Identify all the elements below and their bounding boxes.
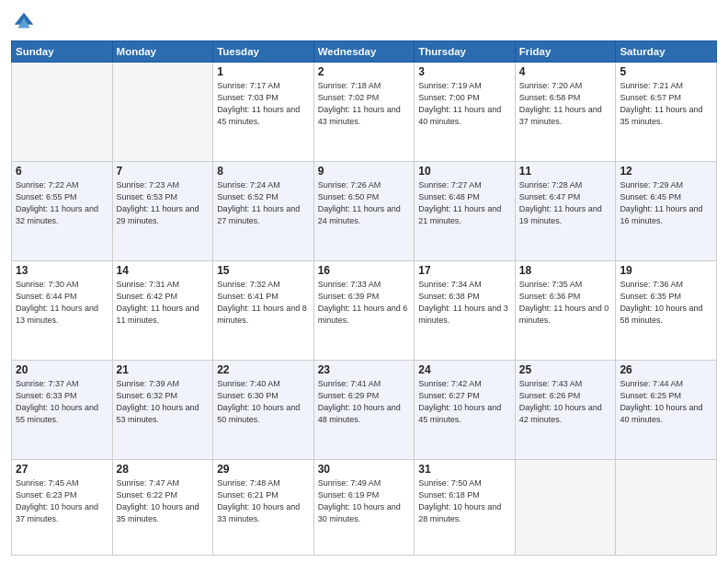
calendar-cell: 1Sunrise: 7:17 AMSunset: 7:03 PMDaylight…: [213, 63, 314, 162]
day-info: Sunrise: 7:31 AMSunset: 6:42 PMDaylight:…: [117, 279, 210, 327]
day-info: Sunrise: 7:29 AMSunset: 6:45 PMDaylight:…: [620, 179, 712, 227]
day-info: Sunrise: 7:34 AMSunset: 6:38 PMDaylight:…: [418, 279, 511, 327]
day-info: Sunrise: 7:36 AMSunset: 6:35 PMDaylight:…: [620, 279, 712, 327]
day-info: Sunrise: 7:23 AMSunset: 6:53 PMDaylight:…: [117, 179, 210, 227]
calendar-cell: 17Sunrise: 7:34 AMSunset: 6:38 PMDayligh…: [415, 260, 516, 360]
day-info: Sunrise: 7:43 AMSunset: 6:26 PMDaylight:…: [519, 378, 612, 426]
calendar-table: SundayMondayTuesdayWednesdayThursdayFrid…: [11, 40, 717, 556]
calendar-cell: [12, 63, 113, 162]
calendar-cell: 5Sunrise: 7:21 AMSunset: 6:57 PMDaylight…: [616, 63, 717, 162]
day-number: 1: [217, 65, 310, 78]
day-number: 12: [620, 165, 712, 178]
day-number: 27: [16, 463, 108, 476]
weekday-wednesday: Wednesday: [313, 41, 415, 63]
day-number: 18: [519, 264, 612, 277]
calendar-cell: 20Sunrise: 7:37 AMSunset: 6:33 PMDayligh…: [12, 360, 113, 459]
day-info: Sunrise: 7:50 AMSunset: 6:18 PMDaylight:…: [418, 477, 511, 525]
day-number: 22: [217, 363, 310, 376]
day-info: Sunrise: 7:41 AMSunset: 6:29 PMDaylight:…: [318, 378, 411, 426]
weekday-header-row: SundayMondayTuesdayWednesdayThursdayFrid…: [12, 41, 717, 63]
day-info: Sunrise: 7:33 AMSunset: 6:39 PMDaylight:…: [318, 279, 411, 327]
day-info: Sunrise: 7:28 AMSunset: 6:47 PMDaylight:…: [519, 179, 612, 227]
weekday-monday: Monday: [112, 41, 213, 63]
calendar-cell: 31Sunrise: 7:50 AMSunset: 6:18 PMDayligh…: [415, 459, 516, 555]
day-number: 3: [418, 65, 511, 78]
calendar-cell: 13Sunrise: 7:30 AMSunset: 6:44 PMDayligh…: [12, 260, 113, 360]
day-info: Sunrise: 7:48 AMSunset: 6:21 PMDaylight:…: [217, 477, 310, 525]
day-number: 8: [217, 165, 310, 178]
day-number: 25: [519, 363, 612, 376]
calendar-cell: 23Sunrise: 7:41 AMSunset: 6:29 PMDayligh…: [313, 360, 415, 459]
day-info: Sunrise: 7:39 AMSunset: 6:32 PMDaylight:…: [117, 378, 210, 426]
calendar-cell: 18Sunrise: 7:35 AMSunset: 6:36 PMDayligh…: [515, 260, 616, 360]
week-row-2: 6Sunrise: 7:22 AMSunset: 6:55 PMDaylight…: [12, 161, 717, 260]
logo-icon: [11, 9, 37, 35]
week-row-1: 1Sunrise: 7:17 AMSunset: 7:03 PMDaylight…: [12, 63, 717, 162]
day-info: Sunrise: 7:30 AMSunset: 6:44 PMDaylight:…: [16, 279, 108, 327]
day-number: 20: [16, 363, 108, 376]
day-number: 4: [519, 65, 612, 78]
weekday-sunday: Sunday: [12, 41, 113, 63]
day-number: 28: [117, 463, 210, 476]
calendar-cell: [616, 459, 717, 555]
day-info: Sunrise: 7:45 AMSunset: 6:23 PMDaylight:…: [16, 477, 108, 525]
day-number: 26: [620, 363, 712, 376]
calendar-cell: 3Sunrise: 7:19 AMSunset: 7:00 PMDaylight…: [415, 63, 516, 162]
weekday-tuesday: Tuesday: [213, 41, 314, 63]
day-info: Sunrise: 7:26 AMSunset: 6:50 PMDaylight:…: [318, 179, 411, 227]
day-number: 15: [217, 264, 310, 277]
day-number: 16: [318, 264, 411, 277]
header: [11, 9, 717, 35]
day-number: 19: [620, 264, 712, 277]
calendar-cell: [515, 459, 616, 555]
day-info: Sunrise: 7:37 AMSunset: 6:33 PMDaylight:…: [16, 378, 108, 426]
day-number: 2: [318, 65, 411, 78]
calendar-cell: 14Sunrise: 7:31 AMSunset: 6:42 PMDayligh…: [112, 260, 213, 360]
day-info: Sunrise: 7:40 AMSunset: 6:30 PMDaylight:…: [217, 378, 310, 426]
calendar-cell: 2Sunrise: 7:18 AMSunset: 7:02 PMDaylight…: [313, 63, 415, 162]
logo: [11, 9, 40, 35]
day-number: 29: [217, 463, 310, 476]
weekday-saturday: Saturday: [616, 41, 717, 63]
day-info: Sunrise: 7:32 AMSunset: 6:41 PMDaylight:…: [217, 279, 310, 327]
calendar-cell: 6Sunrise: 7:22 AMSunset: 6:55 PMDaylight…: [12, 161, 113, 260]
calendar-cell: 27Sunrise: 7:45 AMSunset: 6:23 PMDayligh…: [12, 459, 113, 555]
day-number: 11: [519, 165, 612, 178]
day-info: Sunrise: 7:44 AMSunset: 6:25 PMDaylight:…: [620, 378, 712, 426]
day-info: Sunrise: 7:20 AMSunset: 6:58 PMDaylight:…: [519, 80, 612, 128]
calendar-cell: [112, 63, 213, 162]
day-info: Sunrise: 7:24 AMSunset: 6:52 PMDaylight:…: [217, 179, 310, 227]
calendar-cell: 10Sunrise: 7:27 AMSunset: 6:48 PMDayligh…: [415, 161, 516, 260]
day-number: 31: [418, 463, 511, 476]
day-number: 24: [418, 363, 511, 376]
day-number: 13: [16, 264, 108, 277]
day-number: 7: [117, 165, 210, 178]
day-number: 10: [418, 165, 511, 178]
day-number: 17: [418, 264, 511, 277]
calendar-cell: 11Sunrise: 7:28 AMSunset: 6:47 PMDayligh…: [515, 161, 616, 260]
day-info: Sunrise: 7:47 AMSunset: 6:22 PMDaylight:…: [117, 477, 210, 525]
week-row-5: 27Sunrise: 7:45 AMSunset: 6:23 PMDayligh…: [12, 459, 717, 555]
day-number: 21: [117, 363, 210, 376]
calendar-cell: 29Sunrise: 7:48 AMSunset: 6:21 PMDayligh…: [213, 459, 314, 555]
calendar-cell: 15Sunrise: 7:32 AMSunset: 6:41 PMDayligh…: [213, 260, 314, 360]
day-info: Sunrise: 7:21 AMSunset: 6:57 PMDaylight:…: [620, 80, 712, 128]
day-number: 5: [620, 65, 712, 78]
calendar-cell: 9Sunrise: 7:26 AMSunset: 6:50 PMDaylight…: [313, 161, 415, 260]
weekday-thursday: Thursday: [415, 41, 516, 63]
calendar-cell: 12Sunrise: 7:29 AMSunset: 6:45 PMDayligh…: [616, 161, 717, 260]
day-number: 6: [16, 165, 108, 178]
calendar-cell: 24Sunrise: 7:42 AMSunset: 6:27 PMDayligh…: [415, 360, 516, 459]
calendar-cell: 8Sunrise: 7:24 AMSunset: 6:52 PMDaylight…: [213, 161, 314, 260]
day-info: Sunrise: 7:35 AMSunset: 6:36 PMDaylight:…: [519, 279, 612, 327]
day-info: Sunrise: 7:49 AMSunset: 6:19 PMDaylight:…: [318, 477, 411, 525]
day-info: Sunrise: 7:22 AMSunset: 6:55 PMDaylight:…: [16, 179, 108, 227]
day-number: 9: [318, 165, 411, 178]
calendar-cell: 4Sunrise: 7:20 AMSunset: 6:58 PMDaylight…: [515, 63, 616, 162]
weekday-friday: Friday: [515, 41, 616, 63]
calendar-cell: 7Sunrise: 7:23 AMSunset: 6:53 PMDaylight…: [112, 161, 213, 260]
week-row-4: 20Sunrise: 7:37 AMSunset: 6:33 PMDayligh…: [12, 360, 717, 459]
day-info: Sunrise: 7:18 AMSunset: 7:02 PMDaylight:…: [318, 80, 411, 128]
calendar-cell: 28Sunrise: 7:47 AMSunset: 6:22 PMDayligh…: [112, 459, 213, 555]
calendar-cell: 19Sunrise: 7:36 AMSunset: 6:35 PMDayligh…: [616, 260, 717, 360]
